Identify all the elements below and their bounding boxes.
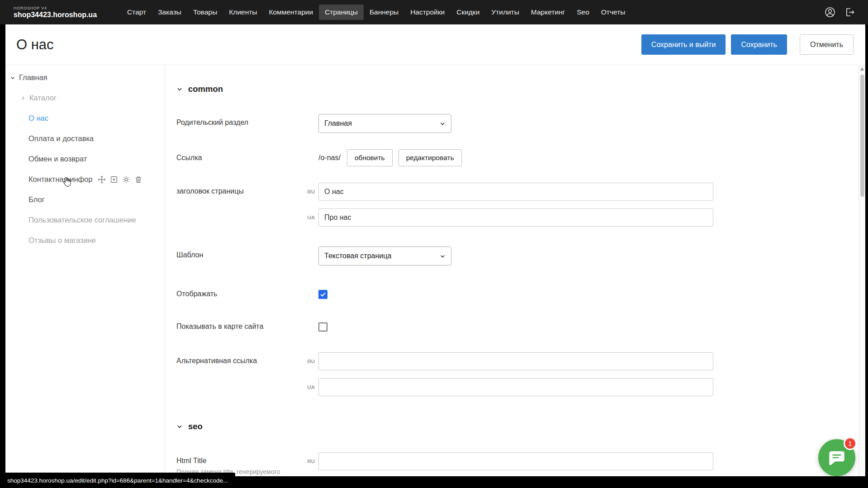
nav-item-comments[interactable]: Комментарии bbox=[263, 5, 319, 20]
app-surface: О нас Сохранить и выйти Сохранить Отмени… bbox=[5, 24, 865, 488]
lang-badge-ru: RU bbox=[299, 459, 315, 464]
page-title-label: заголовок страницы bbox=[176, 183, 299, 227]
template-select[interactable]: Текстовая страница bbox=[318, 246, 451, 265]
tree-item-label: Пользовательское соглашение bbox=[28, 216, 136, 224]
sitemap-checkbox[interactable] bbox=[318, 322, 327, 332]
chat-bubble-icon bbox=[828, 449, 846, 467]
save-button[interactable]: Сохранить bbox=[731, 34, 787, 55]
link-label: Ссылка bbox=[176, 154, 299, 162]
nav-item-orders[interactable]: Заказы bbox=[152, 5, 187, 20]
chevron-down-icon bbox=[440, 253, 446, 259]
tree-item-label: Обмен и возврат bbox=[28, 155, 87, 163]
tree-item-soglashenie[interactable]: Пользовательское соглашение bbox=[5, 210, 164, 230]
tree-item-katalog[interactable]: Каталог bbox=[5, 88, 164, 108]
lang-badge-ua: UA bbox=[299, 215, 315, 220]
section-common-header[interactable]: common bbox=[176, 84, 865, 94]
alt-link-ua-input[interactable] bbox=[318, 378, 713, 396]
page-title-ru-input[interactable] bbox=[318, 183, 713, 201]
save-and-exit-button[interactable]: Сохранить и выйти bbox=[641, 34, 726, 55]
logout-icon[interactable] bbox=[844, 7, 855, 18]
nav-item-products[interactable]: Товары bbox=[187, 5, 223, 20]
template-label: Шаблон bbox=[176, 246, 299, 265]
lang-badge-ru: RU bbox=[299, 359, 315, 364]
scrollbar-thumb[interactable] bbox=[860, 75, 864, 197]
tree-item-actions bbox=[98, 175, 142, 184]
nav-item-settings[interactable]: Настройки bbox=[404, 5, 451, 20]
link-edit-button[interactable]: редактировать bbox=[398, 149, 462, 166]
nav-item-clients[interactable]: Клиенты bbox=[223, 5, 263, 20]
brand[interactable]: HOROSHOP V4 shop34423.horoshop.ua bbox=[14, 6, 97, 19]
tree-item-obmen[interactable]: Обмен и возврат bbox=[5, 149, 164, 169]
sitemap-label: Показывать в карте сайта bbox=[176, 322, 299, 332]
tree-item-oplata[interactable]: Оплата и доставка bbox=[5, 128, 164, 149]
alt-link-row: Альтернативная ссылка RU UA bbox=[176, 352, 865, 396]
chat-widget-button[interactable]: 1 bbox=[818, 439, 855, 476]
section-common-title: common bbox=[188, 84, 223, 94]
template-value: Текстовая страница bbox=[324, 252, 391, 260]
tree-item-label: Каталог bbox=[29, 94, 57, 102]
link-path: /o-nas/ bbox=[318, 154, 341, 162]
tree-item-blog[interactable]: Блог bbox=[5, 190, 164, 210]
user-account-icon[interactable] bbox=[825, 7, 835, 18]
tree-item-label: Оплата и доставка bbox=[28, 134, 94, 143]
chevron-right-icon bbox=[20, 95, 26, 101]
tree-item-label: Блог bbox=[28, 195, 45, 204]
section-seo-header[interactable]: seo bbox=[176, 422, 865, 431]
tree-item-o-nas[interactable]: О нас bbox=[5, 108, 164, 128]
alt-link-ru-input[interactable] bbox=[318, 352, 713, 370]
link-refresh-button[interactable]: обновить bbox=[347, 149, 393, 166]
chat-unread-badge: 1 bbox=[844, 437, 857, 450]
page-title-row: заголовок страницы RU UA bbox=[176, 183, 865, 227]
nav-item-seo[interactable]: Seo bbox=[571, 5, 595, 20]
parent-section-label: Родительский раздел bbox=[176, 114, 299, 133]
nav-item-discounts[interactable]: Скидки bbox=[451, 5, 485, 20]
tree-item-kontaktnaya[interactable]: Контактная инфор bbox=[5, 169, 164, 190]
tree-item-label: Главная bbox=[19, 73, 47, 82]
nav-item-reports[interactable]: Отчеты bbox=[595, 5, 631, 20]
link-status-tooltip: shop34423.horoshop.ua/edit/edit.php?id=6… bbox=[0, 473, 235, 488]
display-label: Отображать bbox=[176, 290, 299, 299]
brand-version-label: HOROSHOP V4 bbox=[14, 6, 97, 10]
topbar: HOROSHOP V4 shop34423.horoshop.ua Старт … bbox=[0, 0, 868, 24]
page-header: О нас Сохранить и выйти Сохранить Отмени… bbox=[5, 24, 865, 65]
tree-item-label: Отзывы о магазине bbox=[28, 236, 96, 245]
display-checkbox[interactable] bbox=[318, 290, 327, 299]
vertical-scrollbar[interactable] bbox=[859, 65, 865, 488]
check-icon bbox=[320, 291, 326, 298]
chevron-down-icon bbox=[10, 75, 15, 81]
scrollbar-up-arrow[interactable] bbox=[860, 67, 864, 71]
nav-item-marketing[interactable]: Маркетинг bbox=[525, 5, 571, 20]
html-title-label: Html Title bbox=[176, 457, 299, 465]
settings-gear-icon[interactable] bbox=[122, 175, 130, 184]
add-subpage-icon[interactable] bbox=[110, 175, 118, 184]
parent-section-value: Главная bbox=[324, 119, 352, 128]
page-edit-form: common Родительский раздел Главная Ссылк… bbox=[165, 65, 865, 488]
nav-item-pages[interactable]: Страницы bbox=[319, 5, 364, 20]
chevron-down-icon bbox=[176, 86, 183, 92]
parent-section-row: Родительский раздел Главная bbox=[176, 114, 865, 133]
link-row: Ссылка /o-nas/ обновить редактировать bbox=[176, 149, 865, 166]
mouse-hand-cursor bbox=[61, 175, 73, 190]
tree-item-label: О нас bbox=[28, 114, 48, 123]
alt-link-label: Альтернативная ссылка bbox=[176, 352, 299, 396]
section-seo-title: seo bbox=[188, 422, 203, 431]
status-url-text: shop34423.horoshop.ua/edit/edit.php?id=6… bbox=[7, 477, 228, 484]
nav-item-banners[interactable]: Баннеры bbox=[364, 5, 404, 20]
nav-item-utilities[interactable]: Утилиты bbox=[485, 5, 525, 20]
parent-section-select[interactable]: Главная bbox=[318, 114, 451, 133]
tree-item-otzyvy[interactable]: Отзывы о магазине bbox=[5, 230, 164, 251]
cancel-button[interactable]: Отменить bbox=[800, 34, 854, 55]
delete-trash-icon[interactable] bbox=[134, 175, 142, 184]
page-title-ua-input[interactable] bbox=[318, 208, 713, 227]
html-title-ru-input[interactable] bbox=[318, 452, 713, 470]
template-row: Шаблон Текстовая страница bbox=[176, 246, 865, 265]
lang-badge-ru: RU bbox=[299, 189, 315, 194]
sitemap-row: Показывать в карте сайта bbox=[176, 320, 865, 332]
brand-domain-label: shop34423.horoshop.ua bbox=[14, 11, 97, 19]
drag-move-icon[interactable] bbox=[98, 175, 106, 184]
nav-item-start[interactable]: Старт bbox=[121, 5, 152, 20]
main-nav: Старт Заказы Товары Клиенты Комментарии … bbox=[121, 0, 631, 24]
display-row: Отображать bbox=[176, 287, 865, 299]
tree-item-glavnaya[interactable]: Главная bbox=[5, 67, 164, 88]
tree-item-label: Контактная инфор bbox=[28, 175, 92, 184]
